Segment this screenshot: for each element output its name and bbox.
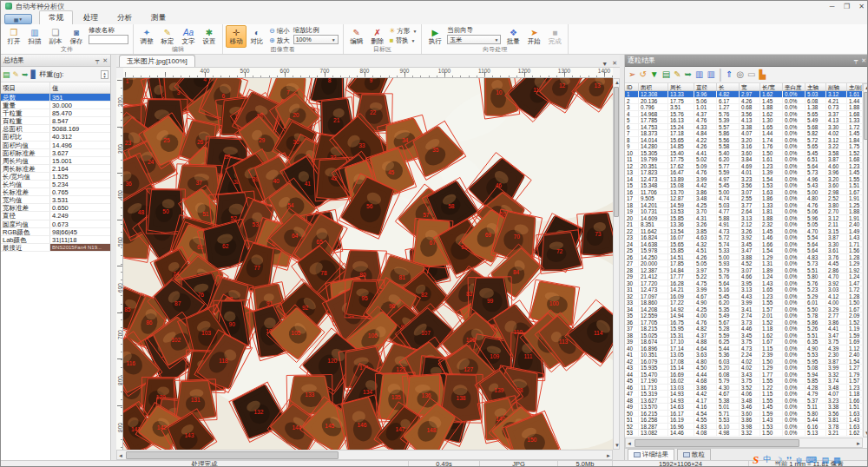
table-row[interactable]: 4110.35113.053.635.362.242.390.0%5.532.3… [625, 352, 863, 358]
table-row[interactable]: 3112.47314.213.995.163.131.650.0%5.233.0… [625, 286, 863, 293]
table-row[interactable]: 112.30813.333.964.822.971.620.0%5.033.12… [625, 91, 863, 98]
table-row[interactable]: 718.37317.184.845.864.071.440.0%5.824.02… [625, 130, 863, 137]
close-icon[interactable]: ✕ [102, 57, 108, 64]
table-row[interactable]: 1611.70613.703.865.003.071.630.0%5.002.9… [625, 189, 863, 196]
summary-row[interactable]: 总数351 [1, 94, 110, 102]
table-row[interactable]: 1814.20114.594.255.033.771.330.0%4.763.8… [625, 202, 863, 209]
table-row[interactable]: 3918.67417.104.886.253.751.670.0%6.353.7… [625, 339, 863, 345]
table-row[interactable]: 4517.19016.024.685.793.751.550.0%5.853.7… [625, 378, 863, 385]
table-row[interactable]: 914.28014.854.265.583.161.760.0%5.653.22… [625, 143, 863, 150]
summary-row[interactable]: 重量30.000 [1, 102, 110, 109]
keyboard-icon[interactable]: ⌨ [806, 456, 818, 464]
tab-analyze[interactable]: 分析 [108, 11, 141, 24]
table-row[interactable]: 220.13617.755.066.174.261.450.0%6.084.21… [625, 98, 863, 105]
document-tab[interactable]: 玉米图片.jpg[100%] [119, 55, 195, 67]
excel-icon[interactable]: ▤ [662, 70, 670, 79]
print-preview-icon[interactable]: ▥ [707, 70, 714, 79]
table-row[interactable]: 3617.70516.754.765.673.731.520.0%5.863.8… [625, 319, 863, 326]
summary-row[interactable]: 长均值5.234 [1, 181, 110, 188]
table-row[interactable]: 30.7963.511.011.270.681.880.0%1.380.731.… [625, 104, 863, 111]
upload-icon[interactable]: ⇑ [726, 70, 733, 79]
results-table-header[interactable]: ID面积周长直径长宽长/宽垩白度主轴副轴主/副 [625, 83, 863, 91]
mic-icon[interactable]: ψ [796, 456, 801, 464]
excel-export-icon[interactable]: ▤ [3, 70, 10, 79]
summary-row[interactable]: 面积均值14.496 [1, 141, 110, 149]
summary-row[interactable]: RGB颜色98|66|45 [1, 228, 110, 236]
table-row[interactable]: 1412.47313.893.994.973.231.540.0%4.963.2… [625, 176, 863, 183]
summary-row[interactable]: 直径4.249 [1, 212, 110, 220]
table-row[interactable]: 2211.64213.543.854.733.261.450.0%4.703.1… [625, 228, 863, 235]
table-row[interactable]: 814.01415.654.225.563.201.740.0%5.723.12… [625, 137, 863, 144]
table-row[interactable]: 1910.73113.533.704.772.641.810.0%5.062.7… [625, 208, 863, 215]
square-button[interactable]: ✳方形▼ [390, 27, 418, 35]
sample-weight-spinner[interactable]: ▴▾ [101, 70, 108, 79]
column-header[interactable]: 副轴 [826, 83, 847, 90]
table-row[interactable]: 4415.47016.694.446.083.431.770.0%5.943.3… [625, 372, 863, 378]
tab-measure[interactable]: 测量 [142, 11, 174, 24]
image-canvas[interactable]: 1234567891011121314151617181920212223242… [123, 78, 613, 450]
table-row[interactable]: 5116.25816.194.555.533.861.430.0%5.443.8… [625, 417, 863, 424]
wizard-select[interactable]: 玉米▼ [447, 35, 501, 44]
summary-row[interactable]: 百粒重8.547 [1, 117, 110, 125]
table-row[interactable]: 5218.28716.964.836.103.981.530.0%6.163.7… [625, 424, 863, 431]
tab-scatter[interactable]: 散粒 [677, 449, 711, 460]
edit-icon[interactable]: ✎ [674, 70, 681, 79]
table-row[interactable]: 4913.57014.634.165.013.461.450.0%5.113.3… [625, 404, 863, 411]
export-icon[interactable]: ➢ [628, 70, 635, 79]
column-header[interactable]: ID [625, 83, 639, 90]
table-row[interactable]: 4315.93515.144.505.204.021.290.0%5.083.9… [625, 365, 863, 372]
table-row[interactable]: 218.35113.363.264.912.122.320.0%5.052.11… [625, 221, 863, 228]
table-row[interactable]: 3318.86017.224.906.203.991.550.0%6.014.0… [625, 299, 863, 306]
summary-row[interactable]: 长/宽均值1.525 [1, 173, 110, 181]
zoom-in-button[interactable]: ⊕放大 [269, 36, 290, 44]
summary-row[interactable]: 周长均值15.001 [1, 157, 110, 165]
table-row[interactable]: 5313.08214.464.084.983.321.500.0%5.133.2… [625, 430, 863, 437]
tab-detailed-results[interactable]: 详细结果 [628, 449, 674, 460]
column-header[interactable]: 周长 [668, 83, 694, 90]
summary-row[interactable]: Lab颜色31|11|18 [1, 236, 110, 244]
sogou-logo-icon[interactable]: S [753, 453, 759, 467]
tab-close-icon[interactable]: ✕ [612, 60, 617, 67]
book-icon[interactable]: ▊ [31, 70, 37, 79]
table-row[interactable]: 3217.09716.094.675.454.431.230.0%5.294.1… [625, 293, 863, 300]
chart-icon[interactable]: ▙ [760, 70, 766, 79]
table-row[interactable]: 414.96815.764.375.763.561.620.0%5.653.37… [625, 111, 863, 118]
column-header[interactable]: 面积 [639, 83, 668, 90]
table-row[interactable]: 1220.35117.625.095.774.691.230.0%5.644.6… [625, 163, 863, 170]
table-row[interactable]: 3414.20814.924.255.353.411.570.0%5.503.2… [625, 306, 863, 313]
column-header[interactable]: 主轴 [806, 83, 826, 90]
table-row[interactable]: 3017.72016.284.755.643.951.430.0%5.763.9… [625, 280, 863, 287]
summary-row[interactable]: 圆度均值0.673 [1, 220, 110, 228]
summary-row[interactable]: 总面积5088.169 [1, 125, 110, 133]
table-row[interactable]: 2812.38714.843.975.793.071.890.0%5.512.8… [625, 267, 863, 274]
minimize-icon[interactable]: ─ [825, 3, 839, 10]
tab-list-icon[interactable]: ▼ [602, 61, 608, 67]
table-row[interactable]: 2014.60915.854.315.883.131.880.0%5.963.1… [625, 215, 863, 222]
table-row[interactable]: 4016.89617.144.645.444.731.150.0%4.904.3… [625, 345, 863, 352]
table-row[interactable]: 1015.30515.404.415.403.601.500.0%5.453.5… [625, 150, 863, 157]
summary-row[interactable]: 最接近BNS2015Fan4 N19... [1, 244, 110, 252]
moon-icon[interactable]: ☽ [775, 456, 782, 464]
tab-process[interactable]: 处理 [75, 11, 107, 24]
horizontal-scrollbar[interactable]: ◄ ► [116, 450, 613, 460]
column-header[interactable]: 垩白度 [783, 83, 806, 90]
summary-row[interactable]: 千粒重85.470 [1, 109, 110, 117]
pin-icon[interactable]: ┯ [95, 57, 99, 64]
table-row[interactable]: 2515.97815.854.515.333.471.540.0%5.643.6… [625, 247, 863, 254]
save-icon[interactable]: ➥ [685, 70, 692, 79]
table-row[interactable]: 4611.71313.033.864.303.521.220.0%4.283.4… [625, 385, 863, 391]
chinese-mode-icon[interactable]: 中 [763, 454, 771, 465]
table-row[interactable]: 517.78516.134.765.394.131.300.0%5.494.13… [625, 117, 863, 124]
results-vertical-scrollbar[interactable]: ▲ ▼ [863, 83, 868, 437]
punctuation-icon[interactable]: ❜❜ [786, 456, 792, 464]
zoom-ratio-select[interactable]: 100%▼ [293, 35, 339, 44]
summary-row[interactable]: 宽标准差0.650 [1, 204, 110, 212]
table-row[interactable]: 614.75315.244.335.573.381.650.0%5.683.30… [625, 124, 863, 131]
search-icon[interactable]: ◎ [736, 70, 744, 79]
zoom-out-button[interactable]: ⊖缩小 [269, 27, 290, 35]
print-icon[interactable]: ▥ [695, 70, 703, 79]
close-icon[interactable]: ✕ [861, 57, 866, 64]
table-row[interactable]: 2316.82416.074.635.723.921.460.0%5.543.8… [625, 234, 863, 241]
grid-icon[interactable]: ▦ [833, 456, 841, 464]
column-item[interactable]: 项目 [1, 82, 50, 93]
